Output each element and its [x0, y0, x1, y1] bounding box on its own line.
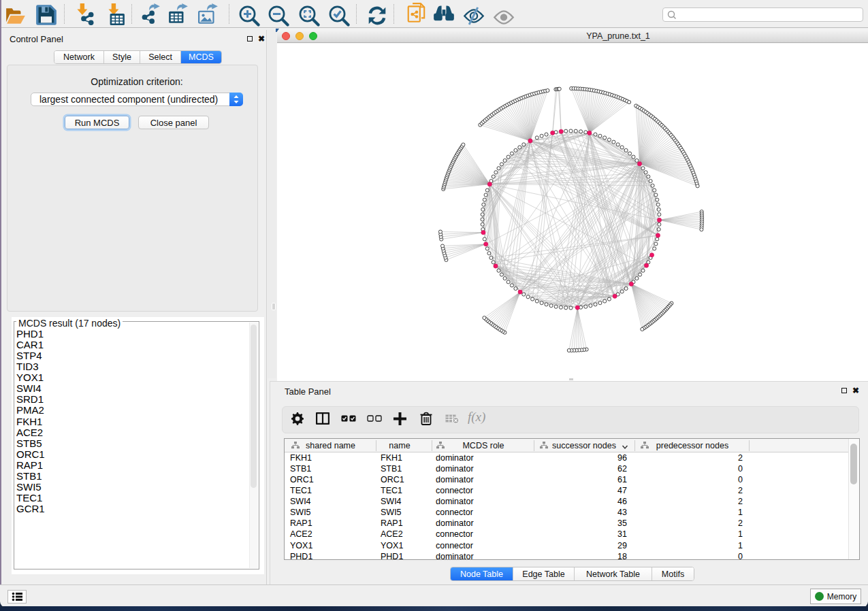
svg-text:f(x): f(x)	[468, 410, 485, 425]
